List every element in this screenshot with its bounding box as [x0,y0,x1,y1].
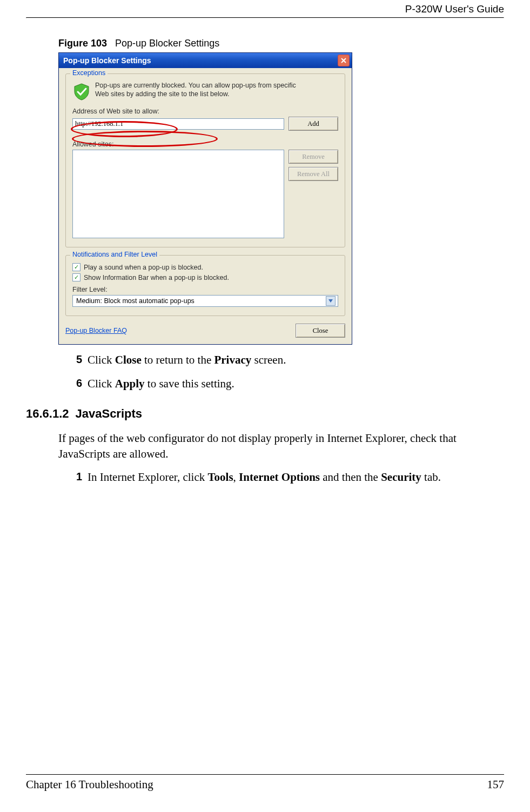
allowed-sites-label: Allowed sites: [72,140,338,148]
step-6-text: Click Apply to save this setting. [88,376,234,391]
exceptions-info-text: Pop-ups are currently blocked. You can a… [95,82,296,101]
close-icon[interactable] [338,55,350,66]
dialog-titlebar: Pop-up Blocker Settings [59,53,352,68]
filter-level-select[interactable]: Medium: Block most automatic pop-ups [72,295,338,307]
section-heading: 16.6.1.2JavaScripts [26,407,504,421]
filter-level-label: Filter Level: [72,286,338,293]
show-info-bar-label: Show Information Bar when a pop-up is bl… [84,274,229,281]
play-sound-label: Play a sound when a pop-up is blocked. [84,264,203,271]
step-5: 5 Click Close to return to the Privacy s… [72,352,504,367]
dialog-title: Pop-up Blocker Settings [63,56,338,65]
popup-blocker-settings-dialog: Pop-up Blocker Settings Exceptions [58,52,352,345]
step-5-number: 5 [72,352,82,367]
figure-title: Pop-up Blocker Settings [115,38,219,49]
step-1-text: In Internet Explorer, click Tools, Inter… [88,469,441,485]
footer-chapter: Chapter 16 Troubleshooting [26,778,153,791]
step-6-number: 6 [72,376,82,391]
dialog-close-button[interactable]: Close [296,324,345,338]
chevron-down-icon [326,296,336,306]
remove-button[interactable]: Remove [289,150,338,164]
header-guide-title: P-320W User's Guide [26,0,504,17]
notifications-legend: Notifications and Filter Level [70,251,159,258]
footer-page-number: 157 [487,778,505,791]
add-button[interactable]: Add [289,117,338,131]
address-input[interactable] [72,118,284,130]
info-line-2: Web sites by adding the site to the list… [95,90,230,98]
header-rule [26,17,504,18]
address-label: Address of Web site to allow: [72,108,338,115]
step-1: 1 In Internet Explorer, click Tools, Int… [72,469,504,485]
show-info-bar-checkbox[interactable]: ✓ [72,273,80,281]
allowed-shield-icon [72,83,91,101]
section-number: 16.6.1.2 [26,407,69,420]
notifications-group: Notifications and Filter Level ✓ Play a … [65,255,345,316]
play-sound-checkbox[interactable]: ✓ [72,263,80,271]
section-paragraph: If pages of the web configurator do not … [58,431,504,462]
allowed-sites-list[interactable] [72,150,284,238]
page-footer: Chapter 16 Troubleshooting 157 [26,774,504,791]
info-line-1: Pop-ups are currently blocked. You can a… [95,82,296,89]
step-1-number: 1 [72,469,82,485]
section-title: JavaScripts [76,407,143,420]
figure-caption: Figure 103 Pop-up Blocker Settings [58,38,504,49]
exceptions-legend: Exceptions [70,69,108,77]
step-6: 6 Click Apply to save this setting. [72,376,504,391]
popup-blocker-faq-link[interactable]: Pop-up Blocker FAQ [65,327,127,334]
remove-all-button[interactable]: Remove All [289,167,338,181]
figure-number: Figure 103 [58,38,107,49]
filter-level-value: Medium: Block most automatic pop-ups [76,297,194,305]
exceptions-group: Exceptions Pop-ups are currently blocked… [65,73,345,247]
step-5-text: Click Close to return to the Privacy scr… [88,352,286,367]
